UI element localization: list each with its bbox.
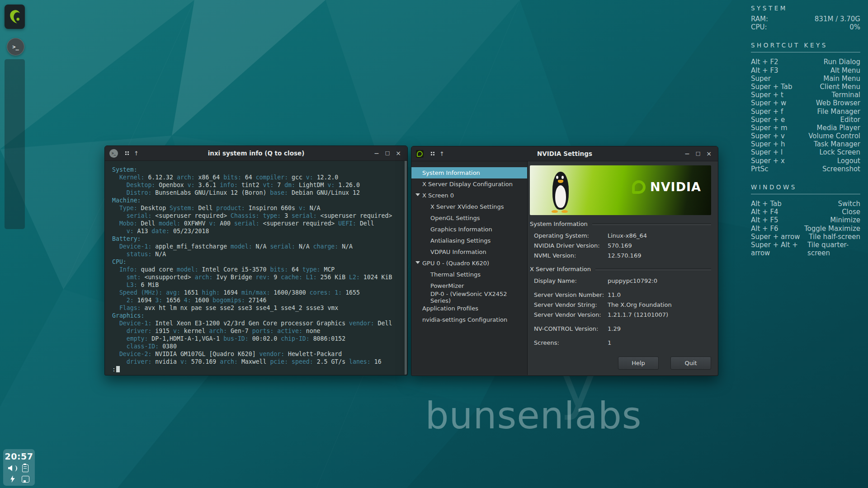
window-shortcut-row: Alt + F5Minimize [751,216,860,224]
terminal-line: Flags: avx ht lm nx pae sse sse2 sse3 ss… [112,304,402,312]
sidebar-item-nvidia-settings-configuration[interactable]: nvidia-settings Configuration [411,314,527,325]
chevron-down-icon[interactable] [415,261,420,264]
terminal-line: Graphics: [112,312,402,319]
shortcut-row: Super + tTerminal [751,91,860,99]
conky-system-title: SYSTEM [751,5,860,12]
maximize-button[interactable]: □ [383,146,392,160]
shortcut-row: Super + TabClient Menu [751,83,860,91]
terminal-line: driver: nvidia v: 570.169 arch: Maxwell … [112,358,402,366]
terminal-cursor [116,366,120,372]
terminal-line: CPU: [112,258,402,266]
terminal-line: System: [112,166,402,174]
terminal-line: Machine: [112,197,402,204]
terminal-line: Mobo: Dell model: 0XFWHV v: A00 serial: … [112,220,402,227]
terminal-line: serial: <superuser required> Chassis: ty… [112,212,402,220]
sidebar-item-thermal-settings[interactable]: Thermal Settings [411,269,527,280]
shortcut-row: Super + eEditor [751,116,860,124]
nvidia-sidebar: System InformationX Server Display Confi… [411,161,528,375]
sidebar-item-opengl-settings[interactable]: OpenGL Settings [411,212,527,224]
sidebar-item-application-profiles[interactable]: Application Profiles [411,303,527,314]
shortcut-row: Alt + F3Alt Menu [751,66,860,75]
nvidia-eye-icon [632,180,646,194]
nvidia-settings-window: ↑ NVIDIA Settings − □ × System Informati… [411,146,718,376]
sidebar-item-system-information[interactable]: System Information [411,167,527,178]
window-shortcut-row: Alt + F4Close [751,208,860,216]
dock-bunsenlabs-logo-icon[interactable] [5,5,25,29]
info-row: NVML Version:12.570.169 [530,250,711,260]
sidebar-item-x-server-display-configuration[interactable]: X Server Display Configuration [411,178,527,190]
sidebar-item-antialiasing-settings[interactable]: Antialiasing Settings [411,235,527,246]
sidebar-item-vdpau-information[interactable]: VDPAU Information [411,246,527,258]
close-button[interactable]: × [394,146,403,160]
nvidia-window-title: NVIDIA Settings [443,150,686,157]
terminal-line: Speed (MHz): avg: 1651 high: 1694 min/ma… [112,289,402,296]
nvidia-titlebar[interactable]: ↑ NVIDIA Settings − □ × [411,146,718,161]
terminal-window: >_ ↑ inxi system info (Q to close) − □ ×… [104,145,408,375]
terminal-scrollbar[interactable] [405,161,407,375]
sidebar-item-graphics-information[interactable]: Graphics Information [411,224,527,235]
nvidia-wordmark: NVIDIA [650,180,701,194]
shortcut-row: Super + hTask Manager [751,140,860,148]
terminal-line: L3: 6 MiB [112,281,402,289]
terminal-line: Distro: BunsenLabs GNU/Linux 12 (Boron) … [112,189,402,197]
conky-windows-title: WINDOWS [751,183,860,191]
section-header: System Information [530,221,711,227]
nvidia-main-panel: NVIDIA System InformationOperating Syste… [528,161,717,375]
dock-terminal-icon[interactable]: >_ [7,38,24,56]
maximize-button[interactable]: □ [693,147,703,160]
dock-panel[interactable] [5,59,25,229]
sidebar-item-x-server-xvideo-settings[interactable]: X Server XVideo Settings [411,201,527,212]
info-row: NVIDIA Driver Version:570.169 [530,240,711,250]
shortcut-row: Super + mMedia Player [751,124,860,132]
terminal-line: Battery: [112,235,402,243]
shortcut-row: Super + xLogout [751,157,860,165]
terminal-app-icon: >_ [109,149,118,158]
terminal-titlebar[interactable]: >_ ↑ inxi system info (Q to close) − □ × [105,146,407,161]
conky-windows-section: WINDOWS Alt + TabSwitchAlt + F4CloseAlt … [751,183,860,249]
window-menu-icon[interactable] [125,151,127,153]
nvidia-logo: NVIDIA [632,180,701,194]
shortcut-row: Super + wWeb Browser [751,99,860,107]
sidebar-item-powermizer[interactable]: PowerMizer [411,280,527,291]
conky-widget: SYSTEM RAM:831M / 3.70GCPU:0% SHORTCUT K… [751,5,860,259]
clock: 20:57 [5,451,33,461]
shortcut-row: PrtScScreenshot [751,165,860,173]
minimize-button[interactable]: − [683,147,692,160]
system-stat-row: RAM:831M / 3.70G [751,15,860,23]
window-shortcut-row: Alt + TabSwitch [751,200,860,208]
quit-button[interactable]: Quit [670,357,711,370]
terminal-line: Info: quad core model: Intel Core i5-357… [112,266,402,273]
minimize-button[interactable]: − [372,146,381,160]
sidebar-item-x-screen-0[interactable]: X Screen 0 [411,190,527,201]
shortcut-row: Alt + F2Run Dialog [751,58,860,66]
volume-icon[interactable] [8,463,18,473]
chevron-down-icon[interactable] [415,193,420,196]
terminal-line: empty: DP-1,HDMI-A-1,VGA-1 bus-ID: 00:02… [112,335,402,343]
tray-widget: 20:57 [3,449,35,486]
shade-window-icon[interactable]: ↑ [439,150,444,157]
shade-window-icon[interactable]: ↑ [134,150,139,157]
shortcut-row: Super + fFile Manager [751,108,860,116]
help-button[interactable]: Help [618,357,659,370]
window-menu-icon[interactable] [431,152,432,153]
desktop: y bunsenlabs >_ SYSTEM RAM:831M / 3.70GC… [0,0,868,488]
info-row: Server Vendor String:The X.Org Foundatio… [530,300,711,310]
clipboard-icon[interactable] [20,463,30,473]
power-icon[interactable] [8,474,18,484]
info-row: Display Name:puppypc10792:0 [530,276,711,286]
close-button[interactable]: × [704,147,713,160]
terminal-line: Device-1: apple_mfi_fastcharge model: N/… [112,243,402,250]
terminal-output: System: Kernel: 6.12.32 arch: x86_64 bit… [105,161,407,375]
sidebar-item-dp-0-viewsonic-vx2452-series-[interactable]: DP-0 - (ViewSonic VX2452 Series) [411,291,527,303]
divider [751,52,860,52]
window-shortcut-row: Super + arrowTile half-screen [751,233,860,241]
terminal-line: Desktop: Openbox v: 3.6.1 info: tint2 vt… [112,181,402,189]
sidebar-item-gpu-0-quadro-k620-[interactable]: GPU 0 - (Quadro K620) [411,258,527,269]
terminal-line: : [112,366,402,373]
divider [751,194,860,194]
terminal-line: driver: i915 v: kernel arch: Gen-7 ports… [112,327,402,335]
wallpaper-brand-text: bunsenlabs [405,394,662,437]
network-icon[interactable] [20,474,30,484]
terminal-line: class-ID: 0380 [112,343,402,350]
system-stat-row: CPU:0% [751,23,860,31]
